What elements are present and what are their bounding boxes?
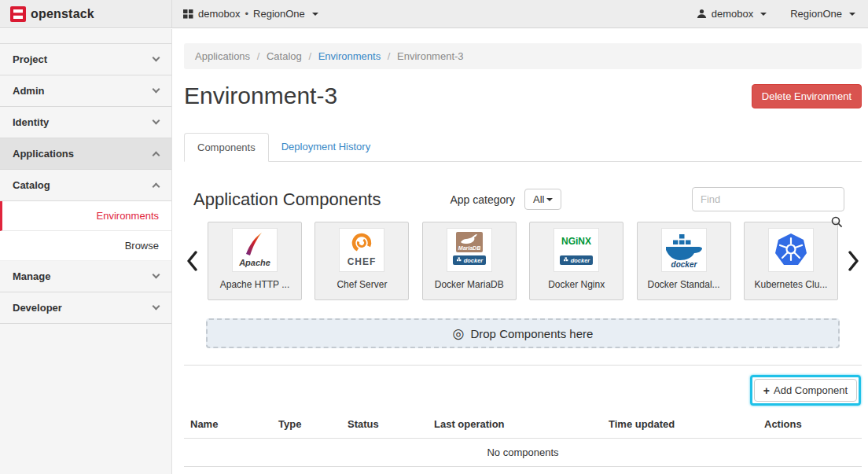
topbar-right: demobox RegionOne	[697, 8, 868, 20]
sidebar-item-browse[interactable]: Browse	[0, 231, 171, 261]
docker-nginx-logo: NGiNX docker	[554, 228, 599, 272]
component-card-apache-http[interactable]: Apache Apache HTTP ...	[208, 222, 302, 300]
caret-down-icon	[546, 198, 553, 201]
sidebar-item-label: Project	[13, 53, 47, 65]
focus-highlight: + Add Component	[750, 375, 861, 406]
sidebar-item-label: Applications	[13, 148, 74, 160]
component-card-docker-nginx[interactable]: NGiNX docker Docker Nginx	[529, 222, 623, 300]
sidebar-item-label: Catalog	[13, 179, 50, 191]
sidebar-item-admin[interactable]: Admin	[0, 75, 171, 107]
add-component-row: + Add Component	[185, 375, 861, 406]
page-title: Environment-3	[184, 83, 337, 109]
switcher-separator: •	[245, 8, 248, 20]
sidebar-item-environments[interactable]: Environments	[0, 201, 171, 231]
chef-logo: CHEF	[339, 228, 384, 272]
plus-icon: +	[763, 385, 770, 396]
chevron-down-icon	[153, 271, 160, 279]
sidebar-item-label: Browse	[125, 240, 159, 252]
components-table: Name Type Status Last operation Time upd…	[184, 410, 862, 467]
main-content: Applications / Catalog / Environments / …	[172, 28, 868, 467]
drop-zone-label: Drop Components here	[470, 327, 593, 340]
chevron-down-icon	[153, 117, 160, 125]
brand-text: openstack	[31, 7, 94, 21]
caret-down-icon	[849, 13, 855, 16]
apache-logo: Apache	[232, 228, 278, 272]
sidebar-item-label: Identity	[13, 116, 49, 128]
sidebar-top-strip	[0, 29, 171, 44]
breadcrumb-applications: Applications	[195, 50, 250, 62]
breadcrumb: Applications / Catalog / Environments / …	[184, 43, 862, 69]
switcher-region: RegionOne	[253, 8, 305, 20]
docker-mariadb-logo: MariaDB docker	[447, 228, 492, 272]
sidebar-item-developer[interactable]: Developer	[0, 292, 171, 324]
docker-logo: docker	[661, 228, 707, 272]
tab-deployment-history[interactable]: Deployment History	[269, 133, 383, 162]
grid-icon	[183, 9, 193, 19]
add-component-button[interactable]: + Add Component	[754, 379, 857, 402]
breadcrumb-catalog: Catalog	[267, 50, 302, 62]
components-heading: Application Components	[193, 189, 381, 210]
sidebar-item-applications[interactable]: Applications	[0, 138, 171, 170]
project-region-switcher[interactable]: demobox • RegionOne	[172, 8, 318, 20]
sidebar-item-project[interactable]: Project	[0, 44, 171, 75]
caret-down-icon	[312, 13, 318, 16]
top-navbar: openstack demobox • RegionOne demobox Re…	[0, 0, 868, 28]
table-header-row: Name Type Status Last operation Time upd…	[184, 410, 862, 439]
component-card-kubernetes-cluster[interactable]: Kubernetes Clu...	[744, 222, 838, 300]
tab-components[interactable]: Components	[184, 133, 269, 162]
carousel-next-button[interactable]	[845, 251, 862, 271]
component-card-docker-standalone[interactable]: docker Docker Standal...	[637, 222, 731, 300]
chevron-left-icon	[186, 251, 198, 271]
empty-row: No components	[184, 439, 862, 467]
component-card-chef-server[interactable]: CHEF Chef Server	[314, 222, 409, 300]
app-category-value: All	[533, 193, 544, 205]
switcher-project: demobox	[198, 8, 240, 20]
component-card-docker-mariadb[interactable]: MariaDB docker Docker MariaDB	[422, 222, 517, 300]
sidebar-item-manage[interactable]: Manage	[0, 261, 171, 292]
carousel-prev-button[interactable]	[184, 251, 200, 271]
app-category-dropdown[interactable]: All	[524, 189, 561, 210]
breadcrumb-separator: /	[308, 50, 311, 62]
find-input[interactable]	[692, 187, 844, 211]
table-header-actions: Actions	[758, 410, 862, 439]
drop-components-zone[interactable]: ◎ Drop Components here	[206, 318, 840, 348]
delete-environment-button[interactable]: Delete Environment	[752, 84, 862, 108]
svg-text:docker: docker	[571, 257, 591, 264]
region-menu[interactable]: RegionOne	[790, 8, 855, 20]
sidebar-item-identity[interactable]: Identity	[0, 107, 171, 138]
table-header-time-updated: Time updated	[602, 410, 758, 439]
add-component-label: Add Component	[774, 384, 848, 396]
table-header-status: Status	[341, 410, 428, 439]
chevron-right-icon	[848, 251, 859, 271]
search-icon[interactable]	[831, 216, 843, 228]
svg-text:MariaDB: MariaDB	[458, 245, 480, 251]
empty-message: No components	[184, 439, 862, 467]
table-header-name: Name	[184, 410, 272, 439]
table-header-type: Type	[272, 410, 341, 439]
app-category-group: App category All	[450, 189, 561, 210]
svg-text:docker: docker	[671, 260, 697, 269]
card-label: Chef Server	[337, 279, 387, 290]
user-menu[interactable]: demobox	[697, 8, 767, 20]
target-icon: ◎	[453, 327, 465, 340]
breadcrumb-separator: /	[388, 50, 391, 62]
components-carousel: Apache Apache HTTP ... CHEF Chef Server	[184, 222, 862, 300]
caret-down-icon	[760, 13, 767, 16]
chevron-up-icon	[153, 183, 160, 191]
svg-text:NGiNX: NGiNX	[561, 236, 591, 247]
search-group	[692, 187, 844, 211]
svg-text:Apache: Apache	[238, 258, 270, 267]
card-label: Docker MariaDB	[435, 279, 504, 290]
breadcrumb-environments-link[interactable]: Environments	[318, 50, 381, 62]
card-label: Apache HTTP ...	[220, 279, 289, 290]
region-menu-label: RegionOne	[790, 8, 842, 20]
sidebar-item-label: Manage	[13, 270, 50, 282]
sidebar-item-catalog[interactable]: Catalog	[0, 170, 171, 201]
breadcrumb-current: Environment-3	[397, 50, 464, 62]
openstack-brand[interactable]: openstack	[0, 0, 172, 28]
tabs: Components Deployment History	[184, 133, 862, 162]
sidebar: Project Admin Identity Applications Cata…	[0, 29, 172, 474]
sidebar-item-label: Environments	[97, 210, 159, 222]
kubernetes-logo	[768, 228, 814, 272]
chevron-down-icon	[153, 86, 160, 94]
